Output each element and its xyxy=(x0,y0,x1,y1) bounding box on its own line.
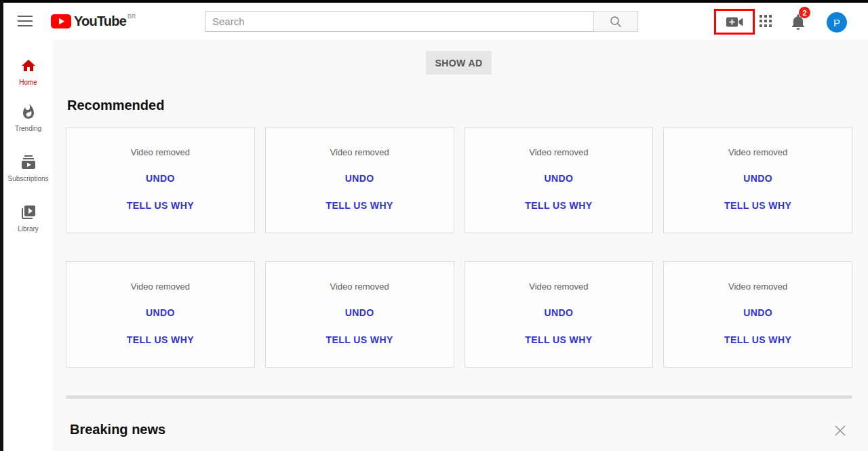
tell-us-why-button[interactable]: TELL US WHY xyxy=(724,200,791,211)
sidebar-item-trending[interactable]: Trending xyxy=(3,104,53,132)
tell-us-why-button[interactable]: TELL US WHY xyxy=(326,200,393,211)
show-ad-button[interactable]: SHOW AD xyxy=(426,51,492,75)
tell-us-why-button[interactable]: TELL US WHY xyxy=(525,200,592,211)
undo-button[interactable]: UNDO xyxy=(544,307,573,318)
video-removed-card: Video removed UNDO TELL US WHY xyxy=(663,127,852,233)
tell-us-why-button[interactable]: TELL US WHY xyxy=(724,334,791,345)
annotation-highlight-box xyxy=(714,9,755,35)
section-divider xyxy=(66,395,852,399)
undo-button[interactable]: UNDO xyxy=(345,173,374,184)
window-edge-left xyxy=(0,0,3,451)
tell-us-why-button[interactable]: TELL US WHY xyxy=(525,334,592,345)
trending-icon xyxy=(20,104,37,120)
video-removed-message: Video removed xyxy=(330,281,389,292)
undo-button[interactable]: UNDO xyxy=(345,307,374,318)
logo-wordmark: YouTube xyxy=(74,12,126,31)
create-video-icon xyxy=(726,16,743,28)
recommended-grid: Video removed UNDO TELL US WHY Video rem… xyxy=(66,127,852,368)
video-removed-card: Video removed UNDO TELL US WHY xyxy=(465,261,654,368)
hamburger-icon xyxy=(18,16,33,17)
youtube-logo[interactable]: YouTube BR xyxy=(51,12,136,31)
video-removed-message: Video removed xyxy=(131,281,190,292)
create-video-button[interactable] xyxy=(726,16,743,28)
close-icon xyxy=(834,425,846,437)
section-title-recommended: Recommended xyxy=(67,98,164,113)
section-title-breaking-news: Breaking news xyxy=(70,422,165,437)
breaking-news-close-button[interactable] xyxy=(833,425,847,438)
menu-button[interactable] xyxy=(18,15,33,27)
video-removed-card: Video removed UNDO TELL US WHY xyxy=(663,261,852,368)
video-removed-card: Video removed UNDO TELL US WHY xyxy=(66,261,255,368)
apps-grid-button[interactable] xyxy=(758,14,773,28)
notifications-button[interactable]: 2 xyxy=(789,12,807,31)
undo-button[interactable]: UNDO xyxy=(743,307,772,318)
apps-grid-icon xyxy=(760,15,772,27)
sidebar-item-label: Home xyxy=(19,79,37,86)
undo-button[interactable]: UNDO xyxy=(743,173,772,184)
tell-us-why-button[interactable]: TELL US WHY xyxy=(326,334,393,345)
youtube-play-icon xyxy=(51,14,71,28)
undo-button[interactable]: UNDO xyxy=(146,173,175,184)
avatar[interactable]: P xyxy=(827,12,847,33)
video-removed-message: Video removed xyxy=(728,281,787,292)
video-removed-message: Video removed xyxy=(529,147,588,157)
sidebar-item-label: Subscriptions xyxy=(7,175,48,182)
video-removed-card: Video removed UNDO TELL US WHY xyxy=(265,261,454,368)
tell-us-why-button[interactable]: TELL US WHY xyxy=(127,200,194,211)
library-icon xyxy=(20,204,37,220)
video-removed-message: Video removed xyxy=(131,147,190,157)
undo-button[interactable]: UNDO xyxy=(146,307,175,318)
sidebar-item-library[interactable]: Library xyxy=(3,204,53,233)
home-icon xyxy=(20,58,37,74)
logo-region-code: BR xyxy=(127,13,136,20)
sidebar-item-subscriptions[interactable]: Subscriptions xyxy=(3,154,53,182)
sidebar-item-label: Library xyxy=(18,225,39,233)
sidebar-item-label: Trending xyxy=(15,125,41,132)
search-icon xyxy=(609,15,623,28)
video-removed-card: Video removed UNDO TELL US WHY xyxy=(265,127,454,233)
main-content: SHOW AD Recommended Video removed UNDO T… xyxy=(53,39,868,451)
video-removed-card: Video removed UNDO TELL US WHY xyxy=(66,127,255,233)
video-removed-message: Video removed xyxy=(728,147,787,157)
video-removed-message: Video removed xyxy=(330,147,389,157)
sidebar-item-home[interactable]: Home xyxy=(3,58,53,86)
notification-badge: 2 xyxy=(799,7,810,18)
undo-button[interactable]: UNDO xyxy=(544,173,573,184)
search-button[interactable] xyxy=(593,11,638,32)
tell-us-why-button[interactable]: TELL US WHY xyxy=(127,334,194,345)
video-removed-card: Video removed UNDO TELL US WHY xyxy=(465,127,654,233)
window-edge-top xyxy=(0,0,868,3)
sidebar: Home Trending Subscriptions Library xyxy=(3,39,53,451)
video-removed-message: Video removed xyxy=(529,281,588,292)
top-bar: YouTube BR xyxy=(3,3,868,39)
search-input[interactable] xyxy=(205,11,593,32)
search-bar xyxy=(205,11,638,32)
subscriptions-icon xyxy=(20,154,37,170)
